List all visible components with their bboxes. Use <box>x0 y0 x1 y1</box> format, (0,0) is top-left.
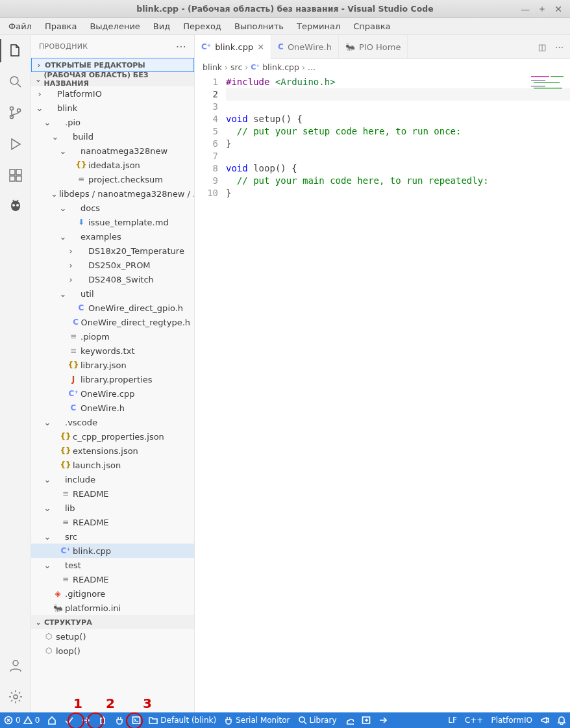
outline-item[interactable]: ⬡loop() <box>31 644 194 658</box>
twisty-icon: ⌄ <box>51 132 60 142</box>
code-editor[interactable]: 1 2 3 4 5 6 7 8 9 10 #include <Arduino.h… <box>195 75 570 712</box>
tree-item[interactable]: Jlibrary.properties <box>31 372 194 386</box>
tree-item[interactable]: ›DS2408_Switch <box>31 272 194 286</box>
tree-item[interactable]: ⌄docs <box>31 201 194 215</box>
status-send[interactable] <box>358 712 375 728</box>
sidebar: ПРОВОДНИК ⋯ › ОТКРЫТЫЕ РЕДАКТОРЫ ⌄ (РАБО… <box>31 35 195 712</box>
tree-item[interactable]: {}idedata.json <box>31 158 194 172</box>
tree-item[interactable]: ⌄lib <box>31 501 194 515</box>
activity-extensions[interactable] <box>0 160 31 191</box>
menu-file[interactable]: Файл <box>3 19 38 33</box>
breadcrumb-seg[interactable]: blink <box>203 62 222 72</box>
tree-item-label: .pio <box>65 118 81 127</box>
file-type-icon: {} <box>60 460 71 470</box>
status-home[interactable] <box>43 712 60 728</box>
tree-item[interactable]: {}library.json <box>31 358 194 372</box>
svg-rect-18 <box>534 88 562 89</box>
outline-item[interactable]: ⬡setup() <box>31 629 194 644</box>
status-serial-monitor[interactable]: Serial Monitor <box>220 712 293 728</box>
tab-close-icon[interactable]: ✕ <box>257 42 264 52</box>
send-icon <box>362 716 371 725</box>
section-workspace[interactable]: ⌄ (РАБОЧАЯ ОБЛАСТЬ) БЕЗ НАЗВАНИЯ <box>31 72 194 86</box>
tree-item[interactable]: ⌄build <box>31 129 194 144</box>
tree-item[interactable]: ⌄.pio <box>31 115 194 129</box>
file-type-icon: ≡ <box>60 575 71 584</box>
tree-item[interactable]: ≡README <box>31 515 194 529</box>
activity-search[interactable] <box>0 66 31 97</box>
sidebar-more-icon[interactable]: ⋯ <box>176 40 186 53</box>
section-open-editors[interactable]: › ОТКРЫТЫЕ РЕДАКТОРЫ <box>31 58 194 72</box>
tree-item[interactable]: ⌄include <box>31 472 194 486</box>
editor-tab[interactable]: 🐜PIO Home <box>339 35 408 58</box>
tree-item[interactable]: ≡project.checksum <box>31 172 194 186</box>
breadcrumb-seg[interactable]: src <box>230 62 242 72</box>
status-pio[interactable]: PlatformIO <box>487 712 536 728</box>
status-bell[interactable] <box>553 712 570 728</box>
tree-item[interactable]: ⌄libdeps / nanoatmega328new / ... <box>31 186 194 201</box>
tree-item[interactable]: ≡keywords.txt <box>31 344 194 358</box>
menu-selection[interactable]: Выделение <box>84 19 145 33</box>
status-lang[interactable]: C++ <box>461 712 488 728</box>
menu-edit[interactable]: Правка <box>39 19 82 33</box>
minimize-icon[interactable]: — <box>521 4 530 14</box>
menu-help[interactable]: Справка <box>347 19 396 33</box>
tree-item[interactable]: ⬇issue_template.md <box>31 215 194 229</box>
tree-item[interactable]: C⁺blink.cpp <box>31 544 194 558</box>
tree-item[interactable]: COneWire_direct_gpio.h <box>31 301 194 315</box>
tree-item[interactable]: 🐜platformio.ini <box>31 601 194 615</box>
status-problems[interactable]: 0 0 <box>0 712 43 728</box>
activity-platformio[interactable] <box>0 191 31 222</box>
tree-item[interactable]: {}launch.json <box>31 458 194 472</box>
split-editor-icon[interactable]: ◫ <box>538 42 546 52</box>
plug-icon <box>115 716 124 725</box>
status-library[interactable]: Library <box>294 712 341 728</box>
maximize-icon[interactable]: ＋ <box>538 3 547 15</box>
menu-go[interactable]: Переход <box>177 19 227 33</box>
status-next[interactable] <box>375 712 391 728</box>
tree-item[interactable]: ≡.piopm <box>31 329 194 344</box>
breadcrumb[interactable]: blink› src› C⁺ blink.cpp› ... <box>195 59 570 75</box>
breadcrumb-seg[interactable]: blink.cpp <box>262 62 299 72</box>
status-cloud[interactable] <box>341 712 358 728</box>
tree-item[interactable]: ›DS18x20_Temperature <box>31 244 194 258</box>
editor-tab[interactable]: C⁺blink.cpp✕ <box>195 35 271 59</box>
tree-item[interactable]: COneWire.h <box>31 401 194 415</box>
tree-item[interactable]: ⌄.vscode <box>31 415 194 429</box>
tree-item[interactable]: ⌄blink <box>31 101 194 115</box>
menu-view[interactable]: Вид <box>147 19 176 33</box>
section-outline[interactable]: ⌄ СТРУКТУРА <box>31 615 194 629</box>
svg-point-3 <box>17 109 20 112</box>
tree-item[interactable]: ⌄util <box>31 286 194 301</box>
tree-item[interactable]: {}c_cpp_properties.json <box>31 429 194 444</box>
tree-item[interactable]: ⌄test <box>31 558 194 572</box>
tree-item[interactable]: ⌄examples <box>31 229 194 244</box>
activity-scm[interactable] <box>0 97 31 129</box>
close-icon[interactable]: ✕ <box>554 4 562 14</box>
tree-item[interactable]: {}extensions.json <box>31 444 194 458</box>
tree-item[interactable]: ›PlatformIO <box>31 86 194 101</box>
tree-item[interactable]: C⁺OneWire.cpp <box>31 386 194 401</box>
status-feedback[interactable] <box>536 712 553 728</box>
more-actions-icon[interactable]: ⋯ <box>555 42 564 52</box>
tree-item[interactable]: ≡README <box>31 572 194 586</box>
status-env[interactable]: Default (blink) <box>145 712 220 728</box>
code-content[interactable]: #include <Arduino.h> void setup() { // p… <box>226 75 570 712</box>
tree-item[interactable]: ›DS250x_PROM <box>31 258 194 272</box>
activity-run[interactable] <box>0 129 31 160</box>
activity-settings[interactable] <box>0 681 31 712</box>
editor-tab[interactable]: COneWire.h <box>271 35 339 58</box>
activity-explorer[interactable] <box>0 35 31 66</box>
tree-item[interactable]: ⌄src <box>31 529 194 544</box>
status-eol[interactable]: LF <box>444 712 461 728</box>
tree-item[interactable]: ◈.gitignore <box>31 586 194 601</box>
minimap[interactable] <box>531 75 570 94</box>
activity-account[interactable] <box>0 650 31 681</box>
tree-item[interactable]: ≡README <box>31 486 194 501</box>
chevron-down-icon: ⌄ <box>34 618 43 627</box>
tree-item[interactable]: ⌄nanoatmega328new <box>31 144 194 158</box>
tree-item-label: DS250x_PROM <box>88 260 151 270</box>
tree-item[interactable]: COneWire_direct_regtype.h <box>31 315 194 329</box>
breadcrumb-seg[interactable]: ... <box>308 62 316 72</box>
menu-run[interactable]: Выполнить <box>229 19 290 33</box>
menu-terminal[interactable]: Терминал <box>291 19 346 33</box>
